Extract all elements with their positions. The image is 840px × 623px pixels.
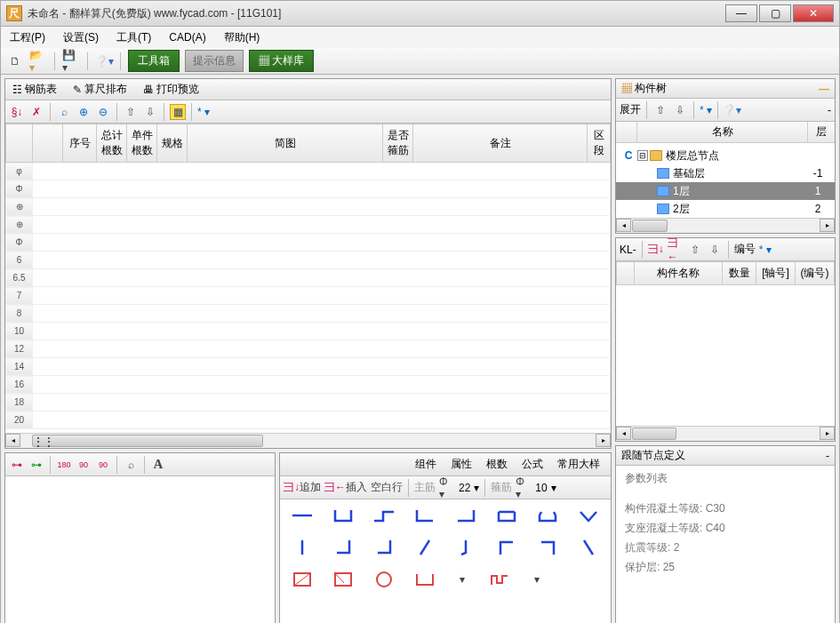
stir-diam-icon[interactable]: Φ ▾ (516, 480, 532, 496)
menu-project[interactable]: 工程(P) (4, 28, 51, 47)
calc-icon[interactable]: ▦ (170, 104, 186, 120)
rot90b-icon[interactable]: 90 (95, 457, 111, 473)
tree-help-icon[interactable]: ❔▾ (724, 102, 740, 118)
up-icon[interactable]: ⇧ (123, 104, 139, 120)
rot90a-icon[interactable]: 90 (76, 457, 92, 473)
node2-icon[interactable]: ⊶ (28, 457, 44, 473)
comp-col-axis[interactable]: [轴号] (756, 262, 796, 285)
tree-row[interactable]: 基础层-1 (616, 164, 835, 182)
preview-canvas[interactable] (5, 476, 275, 623)
comp-hscroll[interactable]: ◂ ▸ (616, 426, 835, 441)
shape-gamma-r[interactable] (536, 539, 559, 556)
shape-line[interactable] (291, 507, 314, 524)
sort-icon[interactable]: §↓ (9, 104, 25, 120)
tab-property[interactable]: 属性 (445, 455, 477, 474)
col-seq[interactable]: 序号 (63, 124, 97, 163)
search-icon[interactable]: ⌕ (123, 457, 139, 473)
tree-hscroll[interactable]: ◂ ▸ (616, 218, 835, 233)
col-stirrup[interactable]: 是否箍筋 (383, 124, 413, 163)
scroll-thumb[interactable]: ⋮⋮ (32, 435, 263, 447)
tab-rebar-table[interactable]: ☷ 钢筋表 (9, 80, 60, 99)
follow-dash[interactable]: - (826, 450, 829, 462)
shape-corner-bl[interactable] (372, 539, 396, 556)
col-unit[interactable]: 单件根数 (127, 124, 157, 163)
menu-help[interactable]: 帮助(H) (219, 28, 266, 47)
text-icon[interactable]: A (150, 457, 166, 473)
comp-filter[interactable]: KL- (620, 244, 636, 256)
tree-row[interactable]: 2层2 (616, 200, 835, 218)
tab-print-preview[interactable]: 🖶 打印预览 (140, 80, 203, 99)
tree-col-floor[interactable]: 层 (808, 122, 835, 142)
shape-u-open-top[interactable] (332, 507, 355, 524)
tab-ruler-layout[interactable]: ✎ 算尺排布 (69, 80, 131, 99)
down-icon[interactable]: ⇩ (142, 104, 158, 120)
rebar-grid[interactable]: 序号 总计根数 单件根数 规格 简图 是否箍筋 备注 区段 φ Φ ⊕ ⊕ Φ … (5, 124, 611, 433)
shape-hook-both[interactable] (536, 507, 559, 524)
tree-dash[interactable]: - (828, 104, 831, 116)
comp-col-qty[interactable]: 数量 (723, 262, 756, 285)
col-spec[interactable]: 规格 (157, 124, 188, 163)
shape-u-red[interactable] (413, 571, 436, 588)
tree-col-name[interactable]: 名称 (637, 122, 808, 142)
shape-m[interactable] (488, 571, 511, 588)
shape-step[interactable] (372, 507, 396, 524)
toolbox-button[interactable]: 工具箱 (128, 50, 180, 72)
expand-button[interactable]: 展开 (620, 102, 641, 117)
tab-common[interactable]: 常用大样 (552, 455, 605, 474)
shape-vert-hook[interactable] (454, 539, 477, 556)
comp-up-icon[interactable]: ⇧ (687, 242, 703, 258)
comp-star[interactable]: * ▾ (759, 242, 772, 258)
shape-more-icon[interactable]: ▾ (454, 571, 470, 587)
node1-icon[interactable]: ⊶ (9, 457, 25, 473)
grid-hscroll[interactable]: ◂ ⋮⋮ ▸ (5, 433, 611, 448)
zoom-in-icon[interactable]: ⊕ (76, 104, 92, 120)
stirrup-value[interactable]: 10 (535, 482, 547, 494)
tab-count[interactable]: 根数 (481, 455, 513, 474)
comp-col-name[interactable]: 构件名称 (635, 262, 723, 285)
star-filter[interactable]: * ▾ (197, 104, 210, 120)
col-total[interactable]: 总计根数 (97, 124, 127, 163)
blank-row[interactable]: 空白行 (371, 480, 403, 496)
main-diam-icon[interactable]: Φ ▾ (439, 480, 455, 496)
scroll-left-icon[interactable]: ◂ (5, 434, 20, 447)
shape-vert[interactable] (291, 539, 314, 556)
menu-tools[interactable]: 工具(T) (111, 28, 156, 47)
main-rebar-value[interactable]: 22 (459, 482, 470, 494)
zoom-out-icon[interactable]: ⊖ (95, 104, 111, 120)
collapse-icon[interactable]: — (819, 83, 829, 95)
comp-number-label[interactable]: 编号 (734, 242, 756, 257)
delete-icon[interactable]: ✗ (28, 104, 44, 120)
shape-backslash[interactable] (577, 539, 600, 556)
zoom-icon[interactable]: ⌕ (56, 104, 72, 120)
new-icon[interactable]: 🗋 (6, 52, 24, 70)
col-diagram[interactable]: 简图 (188, 124, 383, 163)
tab-formula[interactable]: 公式 (516, 455, 548, 474)
maximize-button[interactable]: ▢ (759, 4, 791, 22)
append-icon[interactable]: 彐↓追加 (284, 480, 321, 496)
hint-button[interactable]: 提示信息 (185, 50, 244, 72)
save-icon[interactable]: 💾▾ (62, 52, 80, 70)
shape-l-left[interactable] (413, 507, 436, 524)
col-blank[interactable] (33, 124, 63, 163)
shape-gamma-l[interactable] (495, 539, 518, 556)
shape-l-right[interactable] (454, 507, 477, 524)
comp-col-id[interactable]: (编号) (796, 262, 835, 285)
tree-up-icon[interactable]: ⇧ (652, 102, 668, 118)
minimize-button[interactable]: — (725, 4, 757, 22)
comp-insert-icon[interactable]: 彐← (668, 242, 684, 258)
scroll-right-icon[interactable]: ▸ (596, 434, 611, 447)
shape-slash[interactable] (413, 539, 436, 556)
tree-body[interactable]: C⊟楼层总节点基础层-11层12层23层3 (616, 143, 835, 218)
shape-rect-open[interactable] (495, 507, 518, 524)
col-remark[interactable]: 备注 (413, 124, 588, 163)
insert-icon[interactable]: 彐←插入 (324, 480, 367, 496)
shape-more2-icon[interactable]: ▾ (529, 571, 545, 587)
tree-row[interactable]: C⊟楼层总节点 (616, 147, 835, 164)
shape-circle[interactable] (372, 571, 396, 588)
tab-component[interactable]: 组件 (410, 455, 442, 474)
shape-rect-diag[interactable] (332, 571, 355, 588)
tree-down-icon[interactable]: ⇩ (672, 102, 688, 118)
comp-down-icon[interactable]: ⇩ (707, 242, 723, 258)
help-icon[interactable]: ❔▾ (95, 52, 113, 70)
menu-settings[interactable]: 设置(S) (58, 28, 104, 47)
